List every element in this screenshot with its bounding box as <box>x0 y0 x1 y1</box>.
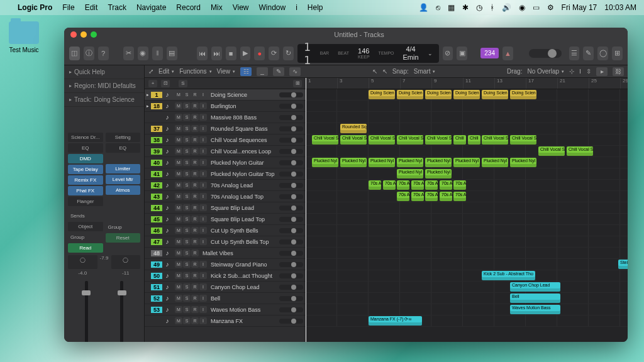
track-s-button[interactable]: S <box>183 238 191 245</box>
midi-region[interactable]: Chill Vocal S <box>567 146 593 156</box>
track-header[interactable]: 38♪MSRIChill Vocal Sequences <box>145 134 306 146</box>
track-i-button[interactable]: I <box>199 317 207 324</box>
track-i-button[interactable]: I <box>199 306 207 313</box>
insert-dmd[interactable]: DMD <box>68 154 103 163</box>
midi-region[interactable]: Plucked Nyl <box>482 158 508 167</box>
track-filter-button[interactable]: ⊞ <box>293 80 302 87</box>
arrange-lane[interactable]: Doing ScienDoing ScienDoing ScienDoing S… <box>306 89 628 101</box>
track-name[interactable]: Massive 808 Bass <box>209 114 279 121</box>
midi-region[interactable]: Plucked Nyl <box>312 158 338 167</box>
track-m-button[interactable]: M <box>175 295 182 302</box>
track-s-button[interactable]: S <box>183 114 191 121</box>
track-r-button[interactable]: R <box>191 170 199 177</box>
drag-value[interactable]: No Overlap <box>527 68 564 75</box>
arrange-lane[interactable] <box>306 225 628 236</box>
control-center-icon[interactable]: ⚙ <box>547 3 554 12</box>
channel-fader-2[interactable] <box>106 281 138 342</box>
midi-region[interactable]: Doing Scien <box>425 90 452 99</box>
track-header[interactable]: 37♪MSRIRounded Square Bass <box>145 123 306 134</box>
midi-region[interactable]: Doing Scien <box>453 90 480 99</box>
automation-reset[interactable]: Reset <box>106 233 141 243</box>
zoom-h-icon[interactable]: ⊹ <box>569 68 574 75</box>
track-m-button[interactable]: M <box>175 148 182 155</box>
sync-icon[interactable]: ✱ <box>462 3 469 12</box>
midi-region[interactable]: 70s A <box>453 192 466 201</box>
disclosure-icon[interactable]: ▸ <box>145 92 151 97</box>
track-m-button[interactable]: M <box>175 204 182 211</box>
midi-region[interactable]: Doing Scien <box>369 90 395 99</box>
cycle-button[interactable]: ⟳ <box>269 47 279 60</box>
track-r-button[interactable]: R <box>191 102 199 109</box>
track-i-button[interactable]: I <box>199 193 207 200</box>
midi-region[interactable]: Plucked Nyl <box>453 158 480 167</box>
midi-region[interactable]: Chill Vocal S <box>340 135 367 145</box>
midi-region[interactable]: Chill <box>453 135 466 145</box>
track-i-button[interactable]: I <box>199 261 207 268</box>
ruler-mark[interactable]: 9 <box>431 78 463 89</box>
track-r-button[interactable]: R <box>191 261 199 268</box>
battery-icon[interactable]: ▭ <box>533 3 540 12</box>
track-i-button[interactable]: I <box>199 148 207 155</box>
menu-mix[interactable]: Mix <box>211 3 223 12</box>
menu-window[interactable]: Window <box>258 3 286 12</box>
screen-icon[interactable]: ▦ <box>448 3 455 12</box>
track-i-button[interactable]: I <box>199 238 207 245</box>
size-icon[interactable]: ⤢ <box>148 68 153 75</box>
snap-value[interactable]: Smart <box>414 68 436 75</box>
track-name[interactable]: Chill Vocal...ences Loop <box>209 148 279 155</box>
toolbar-button[interactable]: ✂ <box>123 47 134 60</box>
midi-region[interactable]: Kick 2 Sub - Abstract Tho <box>482 271 535 280</box>
track-volume-slider[interactable] <box>279 262 303 267</box>
track-volume-slider[interactable] <box>279 160 303 165</box>
track-i-button[interactable]: I <box>199 182 207 189</box>
track-header[interactable]: 53♪MSRIWaves Motion Bass <box>145 304 306 315</box>
channel-fader-1[interactable] <box>70 281 103 342</box>
midi-region[interactable]: Chill Vocal S <box>482 135 508 145</box>
arrange-lane[interactable] <box>306 214 628 225</box>
track-s-button[interactable]: S <box>183 295 191 302</box>
midi-region[interactable]: Canyon Chop Lead <box>510 282 560 292</box>
track-r-button[interactable]: R <box>191 136 199 143</box>
track-i-button[interactable]: I <box>199 272 207 279</box>
catch-button[interactable]: ▸ <box>596 67 608 76</box>
track-volume-slider[interactable] <box>279 172 303 177</box>
track-header[interactable]: 42♪MSRI70s Analog Lead <box>145 180 306 191</box>
track-s-button[interactable]: S <box>183 170 191 177</box>
track-s-button[interactable]: S <box>183 102 191 109</box>
track-r-button[interactable]: R <box>191 272 199 279</box>
midi-region[interactable]: Chill Vocal S <box>425 135 452 145</box>
track-s-button[interactable]: S <box>183 261 191 268</box>
quick-help-button[interactable]: ? <box>98 47 109 60</box>
track-name[interactable]: Square Blip Lead Top <box>209 216 279 222</box>
midi-region[interactable]: Plucked Nyl <box>340 158 367 167</box>
playhead[interactable] <box>306 78 306 342</box>
send-object[interactable]: Object <box>68 222 103 231</box>
tempo-button[interactable]: 234 <box>480 48 499 58</box>
channel-setting[interactable]: Setting <box>106 133 141 142</box>
midi-region[interactable]: Chill Vocal S <box>397 135 423 145</box>
track-s-button[interactable]: S <box>183 283 191 290</box>
midi-region[interactable]: 70s A <box>440 192 452 201</box>
track-s-button[interactable]: S <box>183 204 191 211</box>
track-m-button[interactable]: M <box>175 261 182 268</box>
track-header[interactable]: ♪MSRIMassive 808 Bass <box>145 112 306 123</box>
pan-knob-2[interactable]: ◯ <box>111 255 141 269</box>
window-titlebar[interactable]: Untitled - Tracks <box>64 28 628 41</box>
midi-region[interactable]: 70s A <box>440 180 452 190</box>
region-row[interactable]: ▸Region: MIDI Defaults <box>64 79 144 93</box>
midi-region[interactable]: 70s A <box>411 192 424 201</box>
track-volume-slider[interactable] <box>279 217 303 222</box>
arrange-lane[interactable]: Canyon Chop Lead <box>306 282 628 293</box>
arrange-lane[interactable]: Chill Vocal SChill Vocal S <box>306 146 628 157</box>
track-name[interactable]: Chill Vocal Sequences <box>209 137 279 143</box>
track-name[interactable]: Plucked Nylon Guitar <box>209 160 279 166</box>
track-volume-slider[interactable] <box>279 239 303 244</box>
track-name[interactable]: Burlington <box>209 103 279 109</box>
channel-name[interactable]: Science Dr... <box>68 133 103 142</box>
inspector-button[interactable]: ⓘ <box>84 47 94 60</box>
track-name[interactable]: Plucked Nylon Guitar Top <box>209 171 279 177</box>
track-name[interactable]: Cut Up Synth Bells <box>209 228 279 234</box>
track-header[interactable]: 43♪MSRI70s Analog Lead Top <box>145 191 306 202</box>
track-header[interactable]: 40♪MSRIPlucked Nylon Guitar <box>145 157 306 168</box>
track-name[interactable]: Kick 2 Sub...act Thought <box>209 273 279 279</box>
